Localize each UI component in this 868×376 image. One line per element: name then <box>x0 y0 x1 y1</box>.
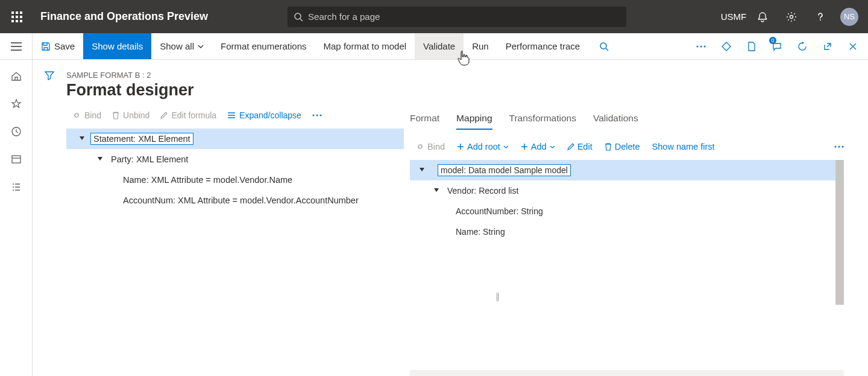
mapping-tree-node[interactable]: Name: String <box>410 221 844 242</box>
right-tabs: Format Mapping Transformations Validatio… <box>410 104 844 133</box>
mapping-toolbar: Bind Add root Add Edit <box>410 133 844 160</box>
tree-expander[interactable] <box>417 168 427 173</box>
help-button[interactable] <box>808 0 833 33</box>
mapping-bind-label: Bind <box>427 142 445 151</box>
app-launcher-button[interactable] <box>0 0 33 33</box>
tree-expander[interactable] <box>95 157 105 162</box>
more-commands-button[interactable] <box>690 33 712 60</box>
topbar-right-group: USMF NS <box>721 0 868 33</box>
mapping-bind-button[interactable]: Bind <box>416 142 445 151</box>
map-format-to-model-button[interactable]: Map format to model <box>315 33 415 59</box>
popout-button[interactable] <box>816 33 839 60</box>
diamond-icon <box>722 42 731 51</box>
unbind-label: Unbind <box>123 110 149 120</box>
notifications-button[interactable] <box>750 0 775 33</box>
nav-workspaces-button[interactable] <box>11 154 22 165</box>
company-picker[interactable]: USMF <box>721 0 746 33</box>
svg-rect-5 <box>20 16 22 18</box>
unbind-button[interactable]: Unbind <box>112 110 149 120</box>
chevron-down-icon <box>503 145 509 148</box>
popout-icon <box>823 42 832 51</box>
save-button[interactable]: Save <box>33 33 83 59</box>
tab-validations[interactable]: Validations <box>593 110 638 130</box>
edit-formula-button[interactable]: Edit formula <box>160 110 216 120</box>
format-tree-node[interactable]: AccountNum: XML Attribute = model.Vendor… <box>66 190 404 211</box>
svg-line-14 <box>606 48 608 51</box>
delete-button[interactable]: Delete <box>605 142 640 151</box>
waffle-icon <box>11 11 22 22</box>
show-details-button[interactable]: Show details <box>83 33 151 59</box>
svg-point-20 <box>312 115 314 116</box>
edit-button[interactable]: Edit <box>567 142 593 151</box>
format-tree-node[interactable]: Name: XML Attribute = model.Vendor.Name <box>66 170 404 190</box>
tab-format[interactable]: Format <box>410 110 439 130</box>
mapping-tree-node[interactable]: model: Data model Sample model <box>410 160 844 180</box>
svg-point-9 <box>295 13 301 19</box>
trash-icon <box>605 142 612 151</box>
nav-toggle-button[interactable] <box>0 33 33 59</box>
add-root-button[interactable]: Add root <box>457 142 509 151</box>
expand-collapse-label: Expand/collapse <box>239 110 301 120</box>
avatar-initials: NS <box>840 8 858 26</box>
tab-transformations[interactable]: Transformations <box>509 110 576 130</box>
svg-point-24 <box>838 146 840 148</box>
search-action-button[interactable] <box>588 33 620 59</box>
svg-point-12 <box>820 19 821 21</box>
nav-recent-button[interactable] <box>11 126 22 137</box>
link-icon <box>72 111 81 119</box>
add-button[interactable]: Add <box>521 142 555 151</box>
pencil-icon <box>567 143 574 150</box>
designer-split: Bind Unbind Edit formula Expand/collapse <box>66 104 868 376</box>
mapping-tree-node[interactable]: AccountNumber: String <box>410 201 844 221</box>
format-tree-node[interactable]: Statement: XML Element <box>66 129 404 149</box>
plus-icon <box>457 143 464 150</box>
attachments-button[interactable] <box>740 33 763 60</box>
validate-label: Validate <box>423 41 455 51</box>
tree-expander[interactable] <box>77 136 87 141</box>
more-format-actions-button[interactable] <box>312 114 322 116</box>
format-enumerations-button[interactable]: Format enumerations <box>212 33 315 59</box>
plus-icon <box>521 143 528 150</box>
filter-pane-toggle[interactable] <box>33 60 66 376</box>
svg-point-16 <box>700 45 702 47</box>
mapping-node-label: Vendor: Record list <box>445 185 521 196</box>
scrollbar-thumb[interactable] <box>835 160 844 305</box>
nav-modules-button[interactable] <box>11 182 22 193</box>
app-title: Finance and Operations Preview <box>33 10 208 23</box>
bind-button[interactable]: Bind <box>72 110 101 120</box>
global-search[interactable] <box>288 7 626 27</box>
nav-home-button[interactable] <box>11 71 22 81</box>
map-format-label: Map format to model <box>324 41 407 51</box>
format-node-label: Statement: XML Element <box>90 133 193 145</box>
page-header: SAMPLE FORMAT B : 2 Format designer <box>66 60 868 104</box>
show-all-button[interactable]: Show all <box>151 33 212 59</box>
search-input[interactable] <box>308 11 620 22</box>
tab-mapping[interactable]: Mapping <box>456 110 492 130</box>
svg-rect-0 <box>11 11 14 14</box>
format-tree: Statement: XML Element Party: XML Elemen… <box>66 129 404 211</box>
messages-button[interactable]: 0 <box>766 33 788 60</box>
workspace-icon <box>11 154 22 165</box>
format-tree-node[interactable]: Party: XML Element <box>66 149 404 170</box>
mapping-scrollbar[interactable] <box>835 160 844 305</box>
user-avatar[interactable]: NS <box>837 0 862 33</box>
validate-button[interactable]: Validate <box>415 33 464 59</box>
run-button[interactable]: Run <box>464 33 497 59</box>
add-root-label: Add root <box>467 142 500 151</box>
settings-button[interactable] <box>779 0 804 33</box>
show-name-first-button[interactable]: Show name first <box>652 142 715 151</box>
format-node-label: Name: XML Attribute = model.Vendor.Name <box>121 174 295 185</box>
more-mapping-actions-button[interactable] <box>834 145 844 148</box>
performance-trace-button[interactable]: Performance trace <box>497 33 588 59</box>
global-topbar: Finance and Operations Preview USMF NS <box>0 0 868 33</box>
expand-collapse-button[interactable]: Expand/collapse <box>227 110 301 120</box>
chevron-down-icon <box>198 45 204 48</box>
svg-point-22 <box>319 115 321 116</box>
mapping-tree-node[interactable]: Vendor: Record list <box>410 180 844 201</box>
bell-icon <box>757 11 768 22</box>
office-button[interactable] <box>715 33 738 60</box>
close-button[interactable] <box>841 33 864 60</box>
nav-favorites-button[interactable] <box>11 98 22 109</box>
refresh-button[interactable] <box>791 33 814 60</box>
tree-expander[interactable] <box>432 188 441 193</box>
